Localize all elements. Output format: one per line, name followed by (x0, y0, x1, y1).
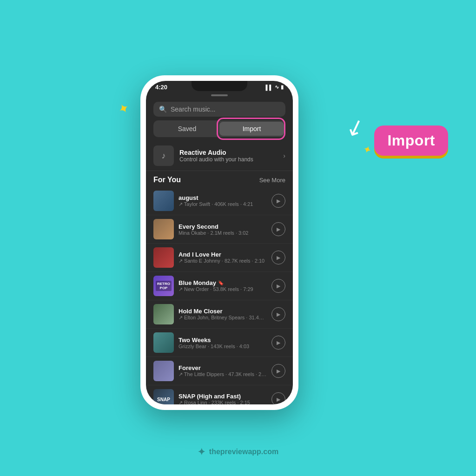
footer-icon: ✦ (198, 446, 205, 457)
chevron-right-icon: › (283, 152, 285, 159)
song-meta: Mina Okabe · 2.1M reels · 3:02 (178, 230, 267, 236)
song-row[interactable]: RETROPOP Blue Monday 🔖 ↗ New Order · 53.… (146, 272, 293, 300)
song-thumbnail: SNAP (153, 389, 174, 404)
drag-indicator (211, 94, 228, 96)
song-row[interactable]: Hold Me Closer ↗ Elton John, Britney Spe… (146, 300, 293, 329)
song-thumbnail (153, 191, 174, 211)
signal-icon: ▌▌ (265, 85, 273, 90)
play-button[interactable]: ▶ (271, 364, 285, 378)
song-meta: ↗ Santo E Johnny · 82.7K reels · 2:10 (178, 258, 267, 264)
play-button[interactable]: ▶ (271, 279, 285, 293)
search-bar[interactable]: 🔍 Search music... (153, 102, 285, 117)
song-info: august ↗ Taylor Swift · 406K reels · 4:2… (178, 194, 267, 207)
song-row[interactable]: And I Love Her ↗ Santo E Johnny · 82.7K … (146, 244, 293, 272)
reactive-audio-subtitle: Control audio with your hands (179, 156, 278, 163)
play-button[interactable]: ▶ (271, 336, 285, 350)
accent-lines-right: ✦ (361, 143, 373, 158)
song-info: Forever ↗ The Little Dippers · 47.3K ree… (178, 364, 267, 377)
song-row[interactable]: Every Second Mina Okabe · 2.1M reels · 3… (146, 215, 293, 244)
saved-tab[interactable]: Saved (155, 122, 219, 136)
song-info: SNAP (High and Fast) ↗ Rosa Linn · 233K … (178, 393, 267, 404)
app-header: 🔍 Search music... Saved Import (146, 93, 293, 141)
play-button[interactable]: ▶ (271, 251, 285, 264)
song-thumbnail (153, 219, 174, 239)
song-row[interactable]: SNAP SNAP (High and Fast) ↗ Rosa Linn · … (146, 385, 293, 404)
arrow-decoration: ↙ (342, 112, 369, 142)
website-footer: ✦ thepreviewapp.com (198, 446, 278, 457)
song-row[interactable]: Two Weeks Grizzly Bear · 143K reels · 4:… (146, 329, 293, 357)
song-meta: ↗ The Little Dippers · 47.3K reels · 2:2… (178, 371, 267, 377)
phone-frame: 4:20 ▌▌ ∿ ▮ 🔍 Search music... Sa (140, 75, 298, 410)
wifi-icon: ∿ (275, 84, 279, 90)
see-more-link[interactable]: See More (259, 177, 285, 184)
play-button[interactable]: ▶ (271, 307, 285, 321)
accent-lines-top: ✦ (116, 100, 132, 117)
song-info: Two Weeks Grizzly Bear · 143K reels · 4:… (178, 337, 267, 349)
song-info: Hold Me Closer ↗ Elton John, Britney Spe… (178, 308, 267, 321)
song-title: Every Second (178, 223, 218, 230)
battery-icon: ▮ (281, 84, 284, 90)
reactive-audio-text: Reactive Audio Control audio with your h… (179, 149, 278, 163)
song-info: Blue Monday 🔖 ↗ New Order · 53.8K reels … (178, 279, 267, 292)
song-info: Every Second Mina Okabe · 2.1M reels · 3… (178, 223, 267, 236)
for-you-header: For You See More (146, 171, 293, 187)
page-wrapper: 4:20 ▌▌ ∿ ▮ 🔍 Search music... Sa (0, 0, 476, 476)
song-title: Blue Monday (178, 279, 216, 286)
phone-notch (192, 81, 247, 91)
song-title: Hold Me Closer (178, 308, 223, 315)
search-placeholder: Search music... (171, 106, 215, 113)
song-info: And I Love Her ↗ Santo E Johnny · 82.7K … (178, 251, 267, 264)
section-title: For You (153, 176, 181, 184)
song-meta: ↗ Elton John, Britney Spears · 31.4K ree… (178, 315, 267, 321)
song-meta: Grizzly Bear · 143K reels · 4:03 (178, 344, 267, 349)
reactive-audio-icon: ♪ (153, 145, 174, 166)
reactive-audio-row: ♪ Reactive Audio Control audio with your… (146, 141, 293, 171)
song-title: And I Love Her (178, 251, 221, 258)
song-thumbnail (153, 304, 174, 324)
song-thumbnail: RETROPOP (153, 276, 174, 296)
song-row[interactable]: Forever ↗ The Little Dippers · 47.3K ree… (146, 357, 293, 385)
tab-row: Saved Import (153, 120, 285, 137)
song-title: Two Weeks (178, 337, 211, 344)
song-meta: ↗ Taylor Swift · 406K reels · 4:21 (178, 201, 267, 207)
song-thumbnail (153, 361, 174, 381)
import-badge: Import (374, 126, 448, 156)
search-icon: 🔍 (159, 106, 167, 113)
song-title: august (178, 194, 198, 201)
song-title: Forever (178, 364, 201, 371)
song-row[interactable]: august ↗ Taylor Swift · 406K reels · 4:2… (146, 187, 293, 215)
song-title: SNAP (High and Fast) (178, 393, 241, 400)
import-tab[interactable]: Import (219, 122, 284, 136)
song-meta: ↗ New Order · 53.8K reels · 7:29 (178, 286, 267, 292)
status-time: 4:20 (155, 84, 167, 91)
song-thumbnail (153, 247, 174, 268)
play-button[interactable]: ▶ (271, 392, 285, 404)
phone-screen: 4:20 ▌▌ ∿ ▮ 🔍 Search music... Sa (146, 81, 293, 404)
reactive-audio-title: Reactive Audio (179, 149, 278, 156)
song-thumbnail (153, 332, 174, 353)
website-text: thepreviewapp.com (209, 448, 278, 456)
song-meta: ↗ Rosa Linn · 233K reels · 2:15 (178, 400, 267, 404)
status-icons: ▌▌ ∿ ▮ (265, 84, 284, 90)
play-button[interactable]: ▶ (271, 194, 285, 208)
play-button[interactable]: ▶ (271, 222, 285, 236)
song-list: august ↗ Taylor Swift · 406K reels · 4:2… (146, 187, 293, 404)
